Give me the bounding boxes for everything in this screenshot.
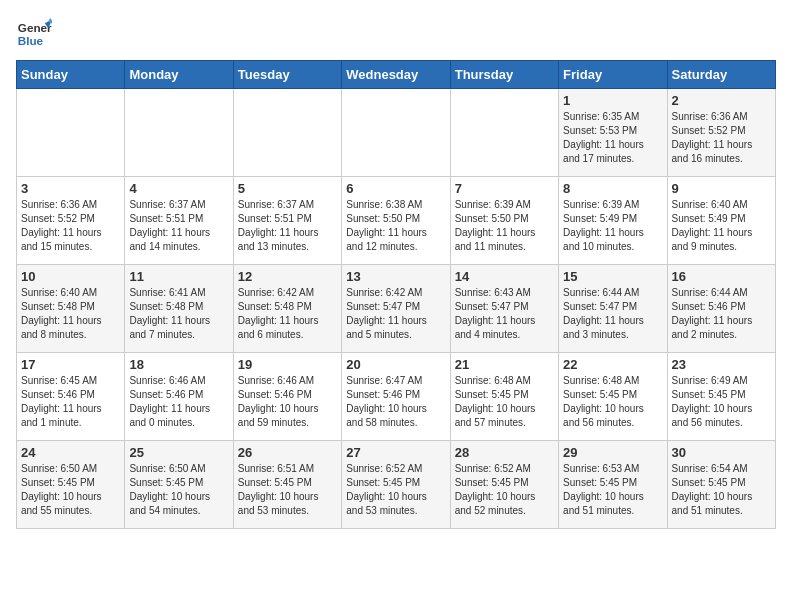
day-number: 2	[672, 93, 771, 108]
svg-text:Blue: Blue	[18, 34, 44, 47]
day-number: 13	[346, 269, 445, 284]
day-detail: Sunrise: 6:46 AMSunset: 5:46 PMDaylight:…	[129, 374, 228, 430]
day-detail: Sunrise: 6:50 AMSunset: 5:45 PMDaylight:…	[21, 462, 120, 518]
logo: General Blue	[16, 16, 56, 52]
day-number: 12	[238, 269, 337, 284]
day-number: 27	[346, 445, 445, 460]
day-detail: Sunrise: 6:36 AMSunset: 5:52 PMDaylight:…	[21, 198, 120, 254]
day-cell: 12Sunrise: 6:42 AMSunset: 5:48 PMDayligh…	[233, 265, 341, 353]
day-detail: Sunrise: 6:46 AMSunset: 5:46 PMDaylight:…	[238, 374, 337, 430]
day-detail: Sunrise: 6:41 AMSunset: 5:48 PMDaylight:…	[129, 286, 228, 342]
day-number: 11	[129, 269, 228, 284]
day-cell: 10Sunrise: 6:40 AMSunset: 5:48 PMDayligh…	[17, 265, 125, 353]
day-number: 25	[129, 445, 228, 460]
col-header-thursday: Thursday	[450, 61, 558, 89]
day-detail: Sunrise: 6:35 AMSunset: 5:53 PMDaylight:…	[563, 110, 662, 166]
day-cell: 17Sunrise: 6:45 AMSunset: 5:46 PMDayligh…	[17, 353, 125, 441]
day-cell: 5Sunrise: 6:37 AMSunset: 5:51 PMDaylight…	[233, 177, 341, 265]
week-row-3: 10Sunrise: 6:40 AMSunset: 5:48 PMDayligh…	[17, 265, 776, 353]
col-header-sunday: Sunday	[17, 61, 125, 89]
day-number: 5	[238, 181, 337, 196]
day-detail: Sunrise: 6:44 AMSunset: 5:46 PMDaylight:…	[672, 286, 771, 342]
day-cell	[125, 89, 233, 177]
day-cell: 11Sunrise: 6:41 AMSunset: 5:48 PMDayligh…	[125, 265, 233, 353]
day-cell	[450, 89, 558, 177]
day-cell	[233, 89, 341, 177]
day-detail: Sunrise: 6:40 AMSunset: 5:49 PMDaylight:…	[672, 198, 771, 254]
day-detail: Sunrise: 6:49 AMSunset: 5:45 PMDaylight:…	[672, 374, 771, 430]
day-detail: Sunrise: 6:37 AMSunset: 5:51 PMDaylight:…	[129, 198, 228, 254]
day-detail: Sunrise: 6:37 AMSunset: 5:51 PMDaylight:…	[238, 198, 337, 254]
day-cell: 25Sunrise: 6:50 AMSunset: 5:45 PMDayligh…	[125, 441, 233, 529]
day-number: 24	[21, 445, 120, 460]
day-detail: Sunrise: 6:48 AMSunset: 5:45 PMDaylight:…	[455, 374, 554, 430]
day-cell: 9Sunrise: 6:40 AMSunset: 5:49 PMDaylight…	[667, 177, 775, 265]
day-cell: 7Sunrise: 6:39 AMSunset: 5:50 PMDaylight…	[450, 177, 558, 265]
day-detail: Sunrise: 6:50 AMSunset: 5:45 PMDaylight:…	[129, 462, 228, 518]
day-number: 18	[129, 357, 228, 372]
day-number: 14	[455, 269, 554, 284]
day-cell: 3Sunrise: 6:36 AMSunset: 5:52 PMDaylight…	[17, 177, 125, 265]
day-cell	[342, 89, 450, 177]
col-header-monday: Monday	[125, 61, 233, 89]
day-cell: 6Sunrise: 6:38 AMSunset: 5:50 PMDaylight…	[342, 177, 450, 265]
day-cell: 29Sunrise: 6:53 AMSunset: 5:45 PMDayligh…	[559, 441, 667, 529]
day-detail: Sunrise: 6:48 AMSunset: 5:45 PMDaylight:…	[563, 374, 662, 430]
day-number: 6	[346, 181, 445, 196]
day-number: 28	[455, 445, 554, 460]
day-cell: 1Sunrise: 6:35 AMSunset: 5:53 PMDaylight…	[559, 89, 667, 177]
day-number: 26	[238, 445, 337, 460]
day-cell: 4Sunrise: 6:37 AMSunset: 5:51 PMDaylight…	[125, 177, 233, 265]
day-detail: Sunrise: 6:38 AMSunset: 5:50 PMDaylight:…	[346, 198, 445, 254]
logo-icon: General Blue	[16, 16, 52, 52]
day-cell: 8Sunrise: 6:39 AMSunset: 5:49 PMDaylight…	[559, 177, 667, 265]
day-number: 22	[563, 357, 662, 372]
day-cell: 2Sunrise: 6:36 AMSunset: 5:52 PMDaylight…	[667, 89, 775, 177]
header: General Blue	[16, 16, 776, 52]
header-row: SundayMondayTuesdayWednesdayThursdayFrid…	[17, 61, 776, 89]
day-number: 9	[672, 181, 771, 196]
day-cell: 16Sunrise: 6:44 AMSunset: 5:46 PMDayligh…	[667, 265, 775, 353]
day-number: 3	[21, 181, 120, 196]
day-number: 16	[672, 269, 771, 284]
day-detail: Sunrise: 6:53 AMSunset: 5:45 PMDaylight:…	[563, 462, 662, 518]
day-number: 23	[672, 357, 771, 372]
day-cell: 22Sunrise: 6:48 AMSunset: 5:45 PMDayligh…	[559, 353, 667, 441]
day-cell: 13Sunrise: 6:42 AMSunset: 5:47 PMDayligh…	[342, 265, 450, 353]
day-detail: Sunrise: 6:36 AMSunset: 5:52 PMDaylight:…	[672, 110, 771, 166]
day-number: 15	[563, 269, 662, 284]
day-detail: Sunrise: 6:51 AMSunset: 5:45 PMDaylight:…	[238, 462, 337, 518]
day-cell	[17, 89, 125, 177]
day-cell: 15Sunrise: 6:44 AMSunset: 5:47 PMDayligh…	[559, 265, 667, 353]
day-number: 17	[21, 357, 120, 372]
day-detail: Sunrise: 6:43 AMSunset: 5:47 PMDaylight:…	[455, 286, 554, 342]
day-number: 10	[21, 269, 120, 284]
day-number: 19	[238, 357, 337, 372]
day-number: 4	[129, 181, 228, 196]
week-row-1: 1Sunrise: 6:35 AMSunset: 5:53 PMDaylight…	[17, 89, 776, 177]
day-detail: Sunrise: 6:39 AMSunset: 5:49 PMDaylight:…	[563, 198, 662, 254]
col-header-friday: Friday	[559, 61, 667, 89]
day-detail: Sunrise: 6:44 AMSunset: 5:47 PMDaylight:…	[563, 286, 662, 342]
day-cell: 24Sunrise: 6:50 AMSunset: 5:45 PMDayligh…	[17, 441, 125, 529]
day-detail: Sunrise: 6:52 AMSunset: 5:45 PMDaylight:…	[455, 462, 554, 518]
day-number: 21	[455, 357, 554, 372]
day-cell: 19Sunrise: 6:46 AMSunset: 5:46 PMDayligh…	[233, 353, 341, 441]
calendar-table: SundayMondayTuesdayWednesdayThursdayFrid…	[16, 60, 776, 529]
col-header-saturday: Saturday	[667, 61, 775, 89]
day-cell: 23Sunrise: 6:49 AMSunset: 5:45 PMDayligh…	[667, 353, 775, 441]
day-number: 7	[455, 181, 554, 196]
day-cell: 27Sunrise: 6:52 AMSunset: 5:45 PMDayligh…	[342, 441, 450, 529]
day-cell: 21Sunrise: 6:48 AMSunset: 5:45 PMDayligh…	[450, 353, 558, 441]
day-number: 30	[672, 445, 771, 460]
day-detail: Sunrise: 6:47 AMSunset: 5:46 PMDaylight:…	[346, 374, 445, 430]
day-cell: 20Sunrise: 6:47 AMSunset: 5:46 PMDayligh…	[342, 353, 450, 441]
day-detail: Sunrise: 6:54 AMSunset: 5:45 PMDaylight:…	[672, 462, 771, 518]
week-row-5: 24Sunrise: 6:50 AMSunset: 5:45 PMDayligh…	[17, 441, 776, 529]
day-number: 1	[563, 93, 662, 108]
day-number: 20	[346, 357, 445, 372]
day-number: 8	[563, 181, 662, 196]
week-row-2: 3Sunrise: 6:36 AMSunset: 5:52 PMDaylight…	[17, 177, 776, 265]
day-cell: 30Sunrise: 6:54 AMSunset: 5:45 PMDayligh…	[667, 441, 775, 529]
day-detail: Sunrise: 6:40 AMSunset: 5:48 PMDaylight:…	[21, 286, 120, 342]
